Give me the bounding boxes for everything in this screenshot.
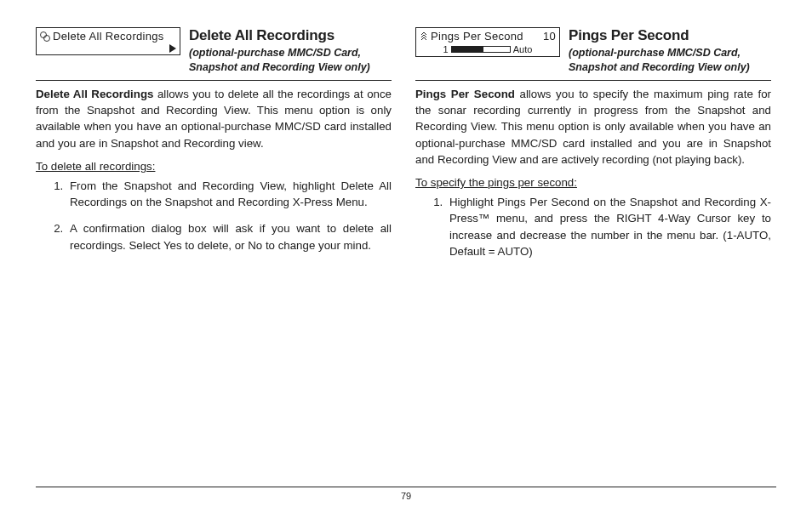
left-paragraph: Delete All Recordings allows you to dele… [36,86,392,151]
page-number: 79 [401,491,411,501]
chevron-right-icon [169,44,176,53]
right-column: Pings Per Second 10 1 Auto Pings Per Sec… [415,27,771,487]
right-paragraph: Pings Per Second allows you to specify t… [415,86,771,168]
slider-bar [451,46,511,53]
left-rule [36,80,392,81]
manual-page: Delete All Recordings Delete All Recordi… [0,0,812,518]
left-title-block: Delete All Recordings (optional-purchase… [186,27,392,75]
left-column: Delete All Recordings Delete All Recordi… [36,27,392,487]
right-para-lead: Pings Per Second [415,88,515,100]
menu-label-text: Delete All Recordings [53,30,164,43]
svg-point-0 [41,31,47,37]
right-rule [415,80,771,81]
svg-point-1 [44,35,50,41]
right-instruction-heading: To specify the pings per second: [415,176,771,189]
right-header: Pings Per Second 10 1 Auto Pings Per Sec… [415,27,771,75]
right-subtitle: (optional-purchase MMC/SD Card, Snapshot… [569,46,771,75]
menu-value: 10 [543,30,556,43]
right-title-block: Pings Per Second (optional-purchase MMC/… [565,27,771,75]
right-subtitle-line1: (optional-purchase MMC/SD Card, [569,47,741,59]
list-item: From the Snapshot and Recording View, hi… [66,178,392,211]
pings-icon [420,31,428,42]
left-subtitle-line1: (optional-purchase MMC/SD Card, [189,47,361,59]
list-item: A confirmation dialog box will ask if yo… [66,220,392,253]
left-title: Delete All Recordings [189,27,392,44]
left-subtitle: (optional-purchase MMC/SD Card, Snapshot… [189,46,392,75]
recordings-icon [40,31,50,42]
page-footer: 79 [36,487,776,501]
left-steps: From the Snapshot and Recording View, hi… [36,178,392,253]
right-steps: Highlight Pings Per Second on the Snapsh… [415,194,771,259]
menu-label-text: Pings Per Second [431,30,523,43]
slider-max: Auto [513,44,533,54]
left-subtitle-line2: Snapshot and Recording View only) [189,61,370,73]
left-instruction-heading: To delete all recordings: [36,160,392,173]
left-header: Delete All Recordings Delete All Recordi… [36,27,392,75]
left-para-lead: Delete All Recordings [36,88,153,100]
two-column-layout: Delete All Recordings Delete All Recordi… [36,27,776,487]
pings-menu-graphic: Pings Per Second 10 1 Auto [415,27,560,57]
slider-min: 1 [443,44,449,54]
list-item: Highlight Pings Per Second on the Snapsh… [446,194,771,259]
svg-marker-2 [169,44,176,53]
right-subtitle-line2: Snapshot and Recording View only) [569,61,750,73]
right-title: Pings Per Second [569,27,771,44]
delete-all-menu-graphic: Delete All Recordings [36,27,180,55]
